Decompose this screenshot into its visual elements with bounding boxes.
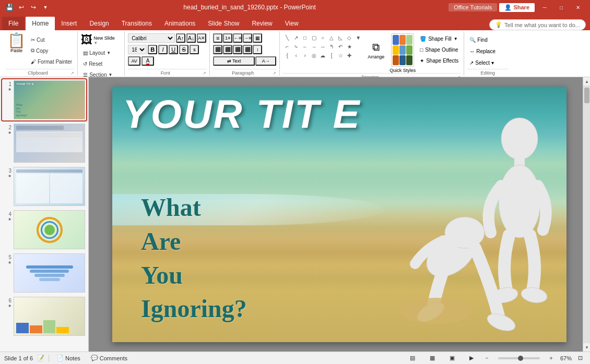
shape-uturn[interactable]: ⤷ bbox=[292, 42, 300, 51]
clear-format-button[interactable]: A✕ bbox=[197, 33, 206, 43]
align-left-button[interactable]: ⬛ bbox=[213, 45, 222, 54]
copy-button[interactable]: ⧉ Copy bbox=[29, 45, 74, 56]
numbering-button[interactable]: 1≡ bbox=[223, 33, 232, 43]
font-size-select[interactable]: 18 bbox=[128, 45, 147, 54]
minimize-button[interactable]: ─ bbox=[537, 2, 552, 13]
scroll-up-arrow[interactable]: ▲ bbox=[583, 77, 590, 86]
comments-button[interactable]: 💬 Comments bbox=[88, 354, 131, 362]
justify-button[interactable]: ⬛ bbox=[243, 45, 252, 54]
maximize-button[interactable]: □ bbox=[553, 2, 569, 13]
notes-button[interactable]: 📄 Notes bbox=[53, 354, 84, 362]
paragraph-expand-icon[interactable]: ↗ bbox=[273, 71, 276, 76]
customize-icon[interactable]: ▼ bbox=[40, 2, 51, 13]
columns-button[interactable]: ▦ bbox=[253, 33, 262, 43]
save-icon[interactable]: 💾 bbox=[4, 2, 15, 13]
replace-button[interactable]: ↔ Replace bbox=[467, 46, 498, 56]
zoom-slider[interactable] bbox=[498, 357, 540, 359]
slide-item-1[interactable]: 1 ★ YOUR TIT E WhatAreYouIgnoring? bbox=[2, 79, 86, 120]
shape-oval[interactable]: ○ bbox=[318, 33, 327, 42]
zoom-out-button[interactable]: － bbox=[481, 354, 493, 362]
find-button[interactable]: 🔍 Find bbox=[467, 34, 498, 45]
quick-styles-button[interactable]: Quick Styles bbox=[390, 33, 416, 73]
slide-panel-scroll[interactable]: 1 ★ YOUR TIT E WhatAreYouIgnoring? 2 ★ bbox=[0, 77, 88, 351]
slide-item-4[interactable]: 4 ★ bbox=[2, 209, 86, 250]
tab-view[interactable]: View bbox=[279, 17, 305, 30]
shape-outline-button[interactable]: □ Shape Outline bbox=[418, 44, 461, 55]
decrease-indent-button[interactable]: ←≡ bbox=[233, 33, 242, 43]
shape-rounded-rect[interactable]: ▢ bbox=[310, 33, 318, 42]
share-button[interactable]: 👤 Share bbox=[499, 3, 535, 12]
convert-button[interactable]: A→ bbox=[255, 56, 276, 66]
shape-triangle[interactable]: △ bbox=[327, 33, 336, 42]
slide-item-6[interactable]: 6 ★ bbox=[2, 296, 86, 337]
shape-effects-button[interactable]: ✦ Shape Effects bbox=[418, 55, 461, 66]
bold-button[interactable]: B bbox=[148, 45, 157, 54]
slide-item-3[interactable]: 3 ★ bbox=[2, 166, 86, 207]
text-direction-button[interactable]: ⇄ Text bbox=[213, 56, 255, 66]
shape-double-arrow[interactable]: ↔ bbox=[318, 42, 327, 51]
underline-button[interactable]: U bbox=[169, 45, 178, 54]
shape-chevron-left[interactable]: ‹ bbox=[292, 51, 300, 59]
tab-transitions[interactable]: Transitions bbox=[115, 17, 158, 30]
scroll-down-arrow[interactable]: ▼ bbox=[583, 343, 590, 351]
shape-diamond[interactable]: ◇ bbox=[345, 33, 353, 42]
strikethrough-button[interactable]: S bbox=[179, 45, 188, 54]
tab-file[interactable]: File bbox=[2, 17, 25, 30]
new-slide-button[interactable]: 🖼 New Slide ▼ bbox=[81, 33, 115, 47]
reading-view-button[interactable]: ▣ bbox=[446, 354, 458, 362]
office-tutorials-button[interactable]: Office Tutorials bbox=[449, 3, 497, 11]
shape-corner[interactable]: ⌐ bbox=[283, 42, 291, 51]
shape-cross[interactable]: ✚ bbox=[345, 51, 353, 59]
align-right-button[interactable]: ⬛ bbox=[233, 45, 242, 54]
shape-callout[interactable]: ☁ bbox=[318, 51, 327, 59]
shape-chevron-right[interactable]: › bbox=[301, 51, 309, 59]
line-spacing-button[interactable]: ↕ bbox=[253, 45, 262, 54]
redo-icon[interactable]: ↪ bbox=[28, 2, 39, 13]
shadow-button[interactable]: s bbox=[190, 45, 199, 54]
align-center-button[interactable]: ⬛ bbox=[223, 45, 232, 54]
tab-home[interactable]: Home bbox=[26, 17, 55, 30]
font-name-select[interactable]: Calibri bbox=[128, 33, 175, 43]
bullets-button[interactable]: ≡ bbox=[213, 33, 222, 43]
shape-fill-button[interactable]: 🪣 Shape Fill ▼ bbox=[418, 33, 461, 44]
shape-bent-arrow[interactable]: ↰ bbox=[327, 42, 336, 51]
slide-item-2[interactable]: 2 ★ bbox=[2, 123, 86, 164]
select-button[interactable]: ↗ Select ▾ bbox=[467, 57, 498, 68]
tell-me-box[interactable]: 💡 Tell me what you want to do... bbox=[489, 19, 586, 30]
shape-right-arrow[interactable]: → bbox=[310, 42, 318, 51]
increase-indent-button[interactable]: →≡ bbox=[243, 33, 252, 43]
shape-left-arrow[interactable]: ← bbox=[301, 42, 309, 51]
shape-rect[interactable]: □ bbox=[301, 33, 309, 42]
shape-arrow[interactable]: ↗ bbox=[292, 33, 300, 42]
shape-star[interactable]: ★ bbox=[345, 42, 353, 51]
tab-insert[interactable]: Insert bbox=[55, 17, 83, 30]
increase-font-button[interactable]: A↑ bbox=[176, 33, 185, 43]
shape-curved-arrow[interactable]: ↶ bbox=[336, 42, 345, 51]
font-color-button[interactable]: A bbox=[141, 56, 154, 66]
reset-button[interactable]: ↺ Reset bbox=[81, 58, 104, 69]
font-expand-icon[interactable]: ↗ bbox=[203, 71, 206, 76]
fit-button[interactable]: ⊡ bbox=[575, 354, 586, 362]
normal-view-button[interactable]: ▤ bbox=[407, 354, 418, 362]
arrange-button[interactable]: ⧉ Arrange bbox=[364, 33, 387, 67]
cut-button[interactable]: ✂ Cut bbox=[29, 34, 74, 45]
tab-design[interactable]: Design bbox=[83, 17, 115, 30]
shape-star5[interactable]: ☆ bbox=[336, 51, 345, 59]
tab-animations[interactable]: Animations bbox=[158, 17, 202, 30]
shape-donut[interactable]: ◎ bbox=[310, 51, 318, 59]
scroll-thumb[interactable] bbox=[584, 88, 589, 103]
shape-bracket[interactable]: [ bbox=[327, 51, 336, 59]
paste-button[interactable]: 📋 Paste bbox=[5, 32, 28, 54]
scroll-track[interactable] bbox=[583, 86, 590, 343]
clipboard-expand-icon[interactable]: ↗ bbox=[70, 71, 74, 76]
slide-item-5[interactable]: 5 ★ bbox=[2, 252, 86, 294]
tab-review[interactable]: Review bbox=[245, 17, 278, 30]
decrease-font-button[interactable]: A↓ bbox=[186, 33, 196, 43]
close-button[interactable]: ✕ bbox=[570, 2, 586, 13]
format-painter-button[interactable]: 🖌 Format Painter bbox=[29, 56, 74, 67]
shape-right-triangle[interactable]: ◺ bbox=[336, 33, 345, 42]
shape-line[interactable]: ╲ bbox=[283, 33, 291, 42]
shape-more[interactable]: ▼ bbox=[354, 33, 362, 42]
undo-icon[interactable]: ↩ bbox=[16, 2, 27, 13]
char-spacing-button[interactable]: AV bbox=[128, 56, 140, 66]
